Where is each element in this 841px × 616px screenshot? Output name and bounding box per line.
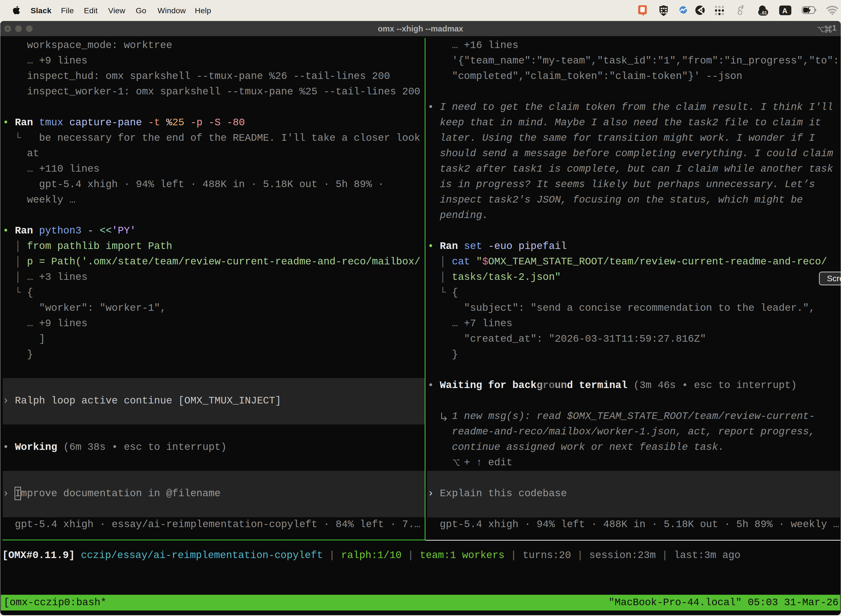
svg-text:..61: ..61	[760, 10, 767, 15]
svg-text:A: A	[782, 7, 787, 15]
